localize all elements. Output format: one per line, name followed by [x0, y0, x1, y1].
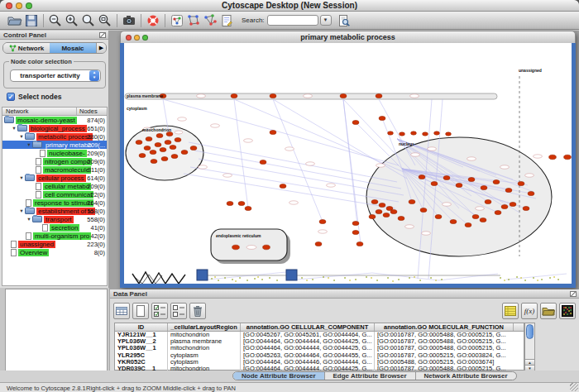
- function-builder-icon[interactable]: f(x): [521, 303, 538, 319]
- node-color-dropdown[interactable]: transporter activity ▲▼: [10, 69, 101, 82]
- birdseye-view-panel[interactable]: [5, 289, 108, 376]
- expand-triangle-icon[interactable]: ▼: [26, 217, 32, 222]
- select-attributes-icon[interactable]: [151, 303, 168, 319]
- layout-b-icon[interactable]: [202, 12, 218, 29]
- create-attribute-icon[interactable]: [132, 303, 149, 319]
- table-row[interactable]: YPL036W__1mitochondrion[GO:0044464, GO:0…: [115, 345, 524, 351]
- attribute-list-icon[interactable]: [502, 303, 519, 319]
- expand-triangle-icon[interactable]: ▼: [26, 142, 32, 147]
- tree-row[interactable]: ▼metabolic process280(0): [2, 132, 107, 141]
- search-dropdown-arrow[interactable]: ▼: [320, 15, 332, 26]
- advanced-search-icon[interactable]: [336, 12, 352, 29]
- expand-triangle-icon[interactable]: ▼: [11, 126, 17, 131]
- folder-icon: [25, 174, 35, 181]
- tree-row[interactable]: ▼biological_process651(0): [2, 124, 107, 132]
- tree-row[interactable]: secretion41(0): [2, 223, 107, 232]
- tree-label: cellular process: [36, 174, 86, 182]
- tree-row[interactable]: ▼transport558(0): [2, 215, 107, 223]
- plugin-manager-icon[interactable]: [169, 12, 185, 29]
- expand-triangle-icon[interactable]: ▼: [18, 134, 25, 139]
- snapshot-icon[interactable]: [121, 12, 137, 29]
- attribute-table-icon[interactable]: [113, 303, 130, 319]
- data-panel: Data Panel f(x): [109, 289, 579, 370]
- tree-row[interactable]: multi-organism pro42(0): [2, 232, 107, 240]
- unselect-attributes-icon[interactable]: [170, 303, 187, 319]
- zoom-fit-icon[interactable]: [80, 12, 97, 29]
- tree-row[interactable]: unassigned223(0): [2, 240, 107, 248]
- import-attributes-icon[interactable]: [540, 303, 557, 319]
- table-row[interactable]: YKR052Ccytoplasm[GO:0044464, GO:0044446,…: [115, 359, 524, 366]
- tree-row[interactable]: mosaic-demo-yeast874(0): [2, 116, 107, 124]
- tree-label: macromolecule: [43, 166, 91, 174]
- attribute-matrix-icon[interactable]: [559, 303, 576, 319]
- attribute-table: ID _cellularLayoutRegion annotation.GO C…: [114, 323, 524, 370]
- layout-a-icon[interactable]: [185, 12, 202, 29]
- expand-triangle-icon[interactable]: ▼: [18, 175, 25, 180]
- tree-row[interactable]: Overview8(0): [2, 248, 107, 256]
- tree-row[interactable]: cellular metabo209(0): [2, 182, 107, 190]
- table-row[interactable]: YLR295Ccytoplasm[GO:0045263, GO:0044464,…: [115, 352, 524, 359]
- attribute-table-header: ID _cellularLayoutRegion annotation.GO C…: [115, 323, 524, 332]
- scroll-up-button[interactable]: ▲: [525, 359, 534, 365]
- col-id[interactable]: ID: [115, 323, 168, 331]
- tree-row[interactable]: cell communicat22(0): [2, 190, 107, 198]
- open-file-icon[interactable]: [7, 12, 23, 29]
- col-molecular-function[interactable]: annotation.GO MOLECULAR_FUNCTION: [375, 323, 514, 331]
- cell-region: mitochondrion: [168, 345, 241, 351]
- file-icon: [42, 224, 48, 232]
- tree-label: response to stimulu: [33, 199, 93, 207]
- tree-label: transport: [44, 216, 74, 223]
- delete-attribute-icon[interactable]: [189, 303, 206, 319]
- tab-network-label: Network: [18, 45, 45, 52]
- control-panel: Control Panel Network Mosaic ▶ Node colo…: [0, 31, 109, 288]
- tree-label: cellular metabo: [43, 183, 91, 190]
- cell-molecular: [GO:0016787, GO:0005488, GO:0005215, G..…: [375, 332, 514, 338]
- resize-grip[interactable]: [570, 383, 578, 391]
- cell-region: cytoplasm: [168, 359, 241, 366]
- tree-row[interactable]: nitrogen compo209(0): [2, 157, 107, 165]
- folder-icon: [32, 141, 42, 148]
- zoom-out-icon[interactable]: [47, 12, 64, 29]
- float-panel-icon[interactable]: [570, 291, 577, 297]
- tab-network-attribute-browser[interactable]: Network Attribute Browser: [416, 372, 516, 380]
- tree-row[interactable]: response to stimulu264(0): [2, 198, 107, 207]
- table-row[interactable]: YPL036W__2plasma membrane[GO:0044464, GO…: [115, 338, 524, 345]
- tree-row[interactable]: ▼cellular process614(0): [2, 174, 107, 182]
- tab-overflow-arrow[interactable]: ▶: [96, 43, 106, 53]
- scroll-down-button[interactable]: ▼: [525, 365, 534, 370]
- tab-node-attribute-browser[interactable]: Node Attribute Browser: [233, 372, 325, 380]
- float-panel-icon[interactable]: [99, 32, 106, 38]
- zoom-in-icon[interactable]: [64, 12, 80, 29]
- tree-label: nucleobase-: [47, 150, 87, 157]
- expand-triangle-icon[interactable]: ▼: [18, 208, 25, 213]
- annotation-icon[interactable]: [218, 12, 235, 29]
- search-input[interactable]: [267, 15, 318, 26]
- file-icon: [36, 166, 41, 174]
- tree-label: cell communicat: [43, 191, 93, 198]
- tab-mosaic[interactable]: Mosaic: [50, 43, 96, 53]
- help-icon[interactable]: [145, 12, 161, 29]
- col-cellular-component[interactable]: annotation.GO CELLULAR_COMPONENT: [241, 323, 375, 331]
- save-icon[interactable]: [23, 12, 40, 29]
- tree-row[interactable]: ▼establishment of lo558(0): [2, 207, 107, 215]
- tree-col-nodes: Nodes: [77, 108, 107, 115]
- network-window-titlebar[interactable]: primary metabolic process: [120, 31, 576, 43]
- network-canvas[interactable]: plasma membrane cytoplasm mitochondrion …: [124, 43, 572, 284]
- scrollbar-thumb[interactable]: [526, 324, 534, 339]
- tree-row[interactable]: nucleobase-209(0): [2, 149, 107, 157]
- tree-count: 223(0): [87, 241, 105, 248]
- tab-network[interactable]: Network: [3, 43, 50, 53]
- col-region[interactable]: _cellularLayoutRegion: [168, 323, 241, 331]
- table-scrollbar[interactable]: ▲ ▼: [524, 323, 535, 371]
- zoom-selected-icon[interactable]: [97, 12, 113, 29]
- select-nodes-checkbox[interactable]: ✓: [7, 93, 15, 101]
- network-view-window[interactable]: primary metabolic process: [120, 31, 576, 288]
- tree-row[interactable]: macromolecule311(0): [2, 165, 107, 174]
- window-titlebar[interactable]: Cytoscape Desktop (New Session): [0, 0, 579, 12]
- tree-count: 614(0): [87, 174, 105, 182]
- cell-id: YPL036W__1: [115, 345, 168, 351]
- tab-edge-attribute-browser[interactable]: Edge Attribute Browser: [325, 372, 416, 380]
- table-row[interactable]: YJR121W__1mitochondrion[GO:0045267, GO:0…: [115, 332, 524, 338]
- cell-molecular: [GO:0016787, GO:0005488, GO:0005215, G..…: [375, 338, 514, 345]
- tree-row-selected[interactable]: ▼primary metabo209(...: [2, 141, 107, 149]
